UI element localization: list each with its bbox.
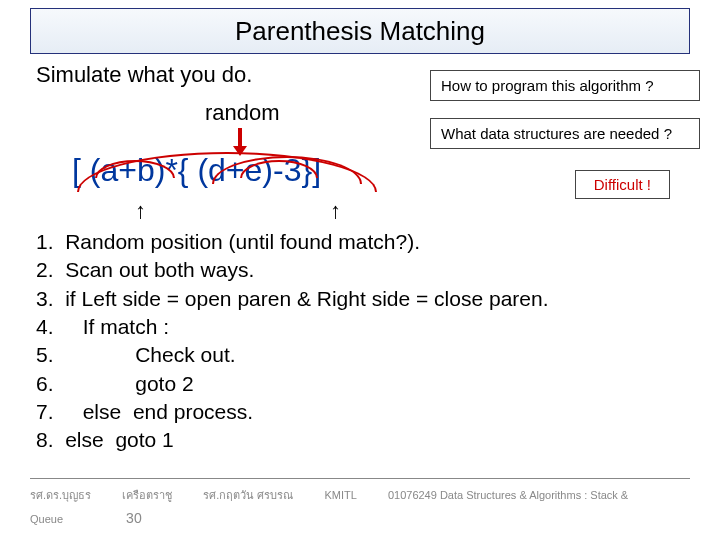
callout-how-to-program: How to program this algorithm ? <box>430 70 700 101</box>
step-3: 3. if Left side = open paren & Right sid… <box>36 285 549 313</box>
algorithm-steps: 1. Random position (until found match?).… <box>36 228 549 455</box>
step-2: 2. Scan out both ways. <box>36 256 549 284</box>
footer-queue: Queue <box>30 513 63 525</box>
step-6: 6. goto 2 <box>36 370 549 398</box>
step-4: 4. If match : <box>36 313 549 341</box>
footer-org: KMITL <box>324 489 356 501</box>
footer: รศ.ดร.บุญธร เครือตราชู รศ.กฤตวัน ศรบรณ K… <box>30 486 690 526</box>
callout-data-structures: What data structures are needed ? <box>430 118 700 149</box>
step-8: 8. else goto 1 <box>36 426 549 454</box>
arrow-down-icon <box>238 128 242 148</box>
random-label: random <box>205 100 280 126</box>
step-1: 1. Random position (until found match?). <box>36 228 549 256</box>
footer-author2: เครือตราชู <box>122 489 172 501</box>
step-5: 5. Check out. <box>36 341 549 369</box>
callout-difficult: Difficult ! <box>575 170 670 199</box>
difficult-text: Difficult ! <box>594 176 651 193</box>
slide-title-box: Parenthesis Matching <box>30 8 690 54</box>
up-arrow-right: ↑ <box>330 198 341 224</box>
expression: [ (a+b)*{ (d+e)-3}] <box>72 152 321 189</box>
footer-divider <box>30 478 690 479</box>
step-7: 7. else end process. <box>36 398 549 426</box>
footer-author3: รศ.กฤตวัน ศรบรณ <box>203 489 293 501</box>
slide-title: Parenthesis Matching <box>235 16 485 47</box>
footer-course: 01076249 Data Structures & Algorithms : … <box>388 489 628 501</box>
subtitle: Simulate what you do. <box>36 62 252 88</box>
footer-author1: รศ.ดร.บุญธร <box>30 489 91 501</box>
up-arrow-left: ↑ <box>135 198 146 224</box>
page-number: 30 <box>126 510 142 526</box>
